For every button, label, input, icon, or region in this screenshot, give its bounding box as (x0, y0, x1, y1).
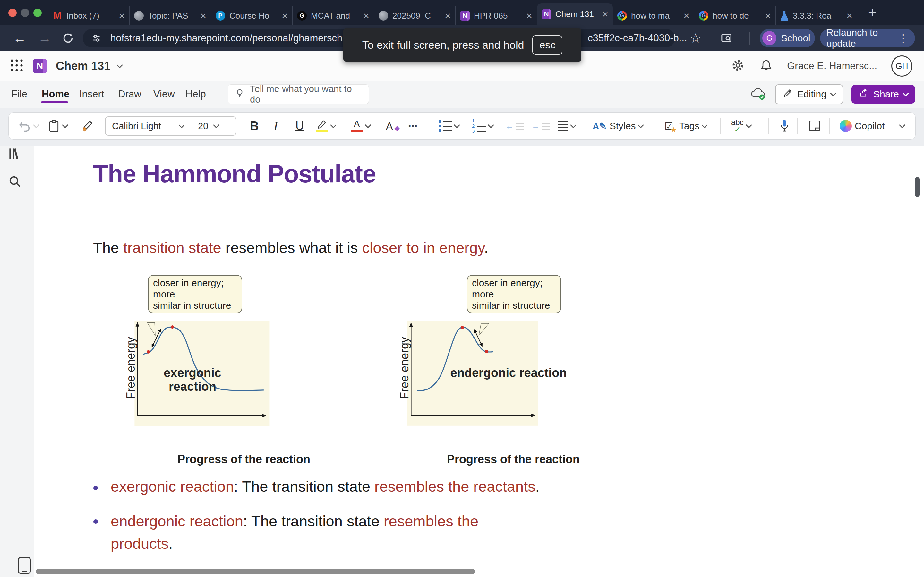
more-formatting-button[interactable]: ••• (409, 113, 418, 139)
active-menu-underline (41, 101, 68, 103)
intro-sentence[interactable]: The transition state resembles what it i… (93, 239, 488, 256)
ribbon-collapse-chevron-icon[interactable] (900, 113, 905, 139)
forward-icon[interactable]: → (38, 25, 51, 51)
menu-insert[interactable]: Insert (79, 81, 104, 108)
font-size-chevron-icon[interactable] (213, 122, 220, 128)
alignment-button[interactable] (558, 113, 575, 139)
editing-mode-button[interactable]: Editing (775, 84, 843, 104)
tab-close-icon[interactable]: × (445, 11, 451, 21)
menu-help[interactable]: Help (186, 81, 206, 108)
cloud-saved-icon (750, 87, 767, 102)
page-title[interactable]: The Hammond Postulate (93, 160, 376, 188)
minimize-window-button[interactable] (21, 9, 29, 17)
browser-tab-333-rea[interactable]: 3.3.3: Rea × (776, 6, 857, 25)
bulleted-list-button[interactable] (439, 113, 459, 139)
undo-button[interactable] (18, 113, 39, 139)
browser-tab-hpr065[interactable]: N HPR 065 × (456, 6, 537, 25)
bullet-endergonic-line2[interactable]: products. (111, 535, 173, 552)
styles-chevron-icon[interactable] (638, 122, 644, 128)
tab-close-icon[interactable]: × (282, 11, 288, 21)
close-window-button[interactable] (8, 9, 17, 17)
undo-chevron-icon[interactable] (33, 122, 39, 128)
spellcheck-chevron-icon[interactable] (746, 122, 752, 128)
clear-formatting-button[interactable]: A ◆ (386, 113, 400, 139)
font-name-select[interactable]: Calibri Light (105, 121, 179, 131)
share-button[interactable]: Share (851, 85, 915, 103)
fullscreen-toast: To exit full screen, press and hold esc (343, 28, 582, 61)
tell-me-search-input[interactable]: Tell me what you want to do (228, 84, 369, 104)
settings-gear-icon[interactable] (730, 58, 745, 74)
browser-tab-inbox[interactable]: M Inbox (7) × (48, 6, 129, 25)
font-color-button[interactable]: A (351, 113, 370, 139)
font-color-chevron-icon[interactable] (365, 122, 371, 128)
tab-close-icon[interactable]: × (526, 11, 532, 21)
profile-chip[interactable]: G School (760, 29, 815, 47)
font-name-chevron-icon[interactable] (178, 122, 185, 128)
reload-icon[interactable] (61, 25, 74, 51)
paste-chevron-icon[interactable] (62, 122, 68, 128)
menu-view[interactable]: View (153, 81, 175, 108)
spellcheck-button[interactable]: abc ✓ (731, 113, 751, 139)
underline-button[interactable]: U (296, 113, 304, 139)
bookmark-star-icon[interactable]: ☆ (690, 25, 701, 51)
tab-close-icon[interactable]: × (846, 11, 853, 21)
bullet-exergonic[interactable]: exergonic reaction: The transition state… (111, 478, 540, 495)
browser-tab-course-home[interactable]: P Course Ho × (211, 6, 292, 25)
notifications-bell-icon[interactable] (759, 59, 773, 73)
copilot-button[interactable]: Copilot (840, 113, 885, 139)
browser-tab-topic[interactable]: Topic: PAS × (129, 6, 211, 25)
paste-button[interactable] (48, 113, 67, 139)
side-panel-search-icon[interactable] (720, 25, 733, 51)
bullets-chevron-icon[interactable] (454, 122, 460, 128)
highlight-chevron-icon[interactable] (330, 122, 336, 128)
app-launcher-waffle-icon[interactable] (10, 58, 24, 74)
browser-menu-icon[interactable]: ⋮ (898, 32, 909, 45)
back-icon[interactable]: ← (13, 25, 26, 51)
highlight-color-button[interactable] (316, 113, 336, 139)
browser-tab-mcat[interactable]: G MCAT and × (292, 6, 374, 25)
tab-close-icon[interactable]: × (602, 9, 608, 19)
bullet-endergonic-line1[interactable]: endergonic reaction: The transition stat… (111, 512, 478, 530)
notebook-dropdown-chevron-icon[interactable] (116, 62, 123, 68)
tab-close-icon[interactable]: × (683, 11, 690, 21)
dictate-microphone-button[interactable] (779, 113, 790, 139)
format-painter-button[interactable] (82, 113, 95, 139)
tags-chevron-icon[interactable] (701, 122, 708, 128)
alignment-chevron-icon[interactable] (570, 122, 577, 128)
outdent-button[interactable]: ← (505, 113, 524, 139)
browser-tab-how-to-ma[interactable]: G how to ma × (613, 6, 694, 25)
menu-file[interactable]: File (11, 81, 27, 108)
indent-button[interactable]: → (531, 113, 550, 139)
horizontal-scrollbar[interactable] (36, 569, 475, 574)
styles-button[interactable]: A✎ Styles (593, 113, 643, 139)
divider (583, 118, 583, 134)
notebook-title[interactable]: Chem 131 (56, 59, 110, 73)
user-avatar[interactable]: GH (891, 55, 913, 77)
menu-draw[interactable]: Draw (118, 81, 141, 108)
mobile-phone-icon[interactable] (18, 557, 31, 574)
new-tab-button[interactable]: + (868, 5, 877, 21)
browser-tab-how-to-de[interactable]: G how to de × (694, 6, 776, 25)
vertical-scrollbar[interactable] (915, 177, 919, 197)
notebook-page-canvas[interactable]: The Hammond Postulate The transition sta… (0, 145, 924, 577)
feed-button[interactable] (808, 113, 821, 139)
tab-close-icon[interactable]: × (765, 11, 771, 21)
tab-close-icon[interactable]: × (119, 11, 125, 21)
browser-tab-chem131-active[interactable]: N Chem 131 × (537, 3, 613, 25)
zoom-window-button[interactable] (33, 9, 42, 17)
numbering-chevron-icon[interactable] (488, 122, 494, 128)
tab-close-icon[interactable]: × (363, 11, 369, 21)
tags-button[interactable]: ☑ ★ Tags (664, 113, 707, 139)
bold-button[interactable]: B (250, 113, 258, 139)
relaunch-to-update-button[interactable]: Relaunch to update ⋮ (820, 29, 915, 47)
tab-close-icon[interactable]: × (200, 11, 206, 21)
font-size-select[interactable]: 20 (190, 121, 214, 131)
site-settings-icon[interactable] (90, 32, 102, 44)
notebooks-panel-icon[interactable] (8, 147, 21, 161)
numbered-list-button[interactable]: 1 2 3 (472, 113, 493, 139)
italic-button[interactable]: I (274, 113, 278, 139)
menu-home-active[interactable]: Home (42, 81, 69, 108)
browser-tab-202509[interactable]: 202509_C × (374, 6, 456, 25)
user-name[interactable]: Grace E. Hamersc... (787, 60, 877, 72)
search-icon[interactable] (8, 175, 21, 189)
